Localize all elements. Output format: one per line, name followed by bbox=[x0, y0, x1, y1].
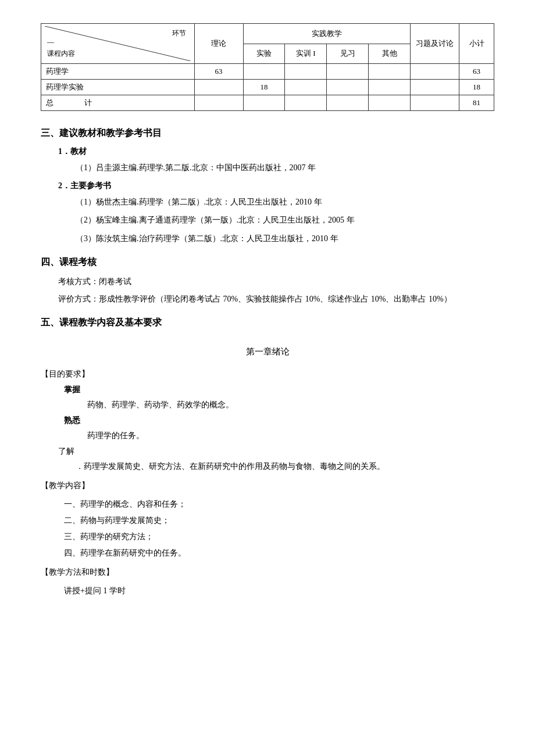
row1-qita bbox=[369, 64, 411, 80]
section3-item1-0: （1）吕圭源主编.药理学.第二版.北京：中国中医药出版社，2007 年 bbox=[76, 160, 494, 175]
section4-kaohefangshi: 考核方式：闭卷考试 bbox=[58, 274, 494, 289]
row2-shiyan: 18 bbox=[243, 80, 285, 95]
chapter1-jiaoxue-label: 【教学内容】 bbox=[41, 478, 494, 493]
row2-shixun bbox=[285, 80, 327, 95]
diagonal-line bbox=[45, 26, 191, 61]
chapter1-fangfa-content: 讲授+提问 1 学时 bbox=[64, 583, 494, 598]
chapter1-jiaoxue-item2: 三、药理学的研究方法； bbox=[64, 529, 494, 544]
row1-xiaoji: 63 bbox=[459, 64, 494, 80]
chapter1-liaojie-content: ．药理学发展简史、研究方法、在新药研究中的作用及药物与食物、毒物之间的关系。 bbox=[76, 459, 494, 474]
row3-shiyan bbox=[243, 95, 285, 111]
row3-xiti bbox=[411, 95, 459, 111]
header-shiyan: 实验 bbox=[243, 44, 285, 64]
row3-name: 总 计 bbox=[41, 95, 195, 111]
section3-sub1-title: 1．教材 bbox=[58, 146, 494, 157]
row1-shixun bbox=[285, 64, 327, 80]
section4-title: 四、课程考核 bbox=[41, 256, 494, 268]
row2-qita bbox=[369, 80, 411, 95]
section5-title: 五、课程教学内容及基本要求 bbox=[41, 317, 494, 329]
row2-name: 药理学实验 bbox=[41, 80, 195, 95]
row1-lilun: 63 bbox=[194, 64, 243, 80]
header-qita: 其他 bbox=[369, 44, 411, 64]
row1-jianxi bbox=[327, 64, 369, 80]
row3-jianxi bbox=[327, 95, 369, 111]
table-row: 药理学实验 18 18 bbox=[41, 80, 494, 95]
page: 环节 — 课程内容 理论 实践教学 习题及讨论 小计 实验 实训 I bbox=[0, 0, 535, 756]
table-row: 总 计 81 bbox=[41, 95, 494, 111]
row2-jianxi bbox=[327, 80, 369, 95]
section3-item2-0: （1）杨世杰主编.药理学（第二版）.北京：人民卫生出版社，2010 年 bbox=[76, 195, 494, 209]
row2-lilun bbox=[194, 80, 243, 95]
row1-xiti bbox=[411, 64, 459, 80]
section3-sub2-title: 2．主要参考书 bbox=[58, 181, 494, 191]
course-table: 环节 — 课程内容 理论 实践教学 习题及讨论 小计 实验 实训 I bbox=[41, 23, 494, 111]
header-xiti: 习题及讨论 bbox=[411, 24, 459, 64]
header-lilun: 理论 bbox=[194, 24, 243, 64]
chapter1-jiaoxue-item3: 四、药理学在新药研究中的任务。 bbox=[64, 546, 494, 560]
row2-xiaoji: 18 bbox=[459, 80, 494, 95]
row1-name: 药理学 bbox=[41, 64, 195, 80]
chapter1-jiaoxue-item1: 二、药物与药理学发展简史； bbox=[64, 513, 494, 528]
chapter1-title: 第一章绪论 bbox=[41, 346, 494, 357]
row3-lilun bbox=[194, 95, 243, 111]
row1-shiyan bbox=[243, 64, 285, 80]
header-shixun: 实训 I bbox=[285, 44, 327, 64]
chapter1-jiaoxue-item0: 一、药理学的概念、内容和任务； bbox=[64, 497, 494, 511]
section3-item2-1: （2）杨宝峰主编.离子通道药理学（第一版）.北京：人民卫生出版社，2005 年 bbox=[76, 213, 494, 227]
chapter1-shuxie-content: 药理学的任务。 bbox=[87, 428, 494, 443]
table-row: 药理学 63 63 bbox=[41, 64, 494, 80]
section3-title: 三、建议教材和教学参考书目 bbox=[41, 127, 494, 139]
row3-xiaoji: 81 bbox=[459, 95, 494, 111]
chapter1-mudi-label: 【目的要求】 bbox=[41, 367, 494, 381]
chapter1-zhangwo-content: 药物、药理学、药动学、药效学的概念。 bbox=[87, 397, 494, 412]
section3-item2-2: （3）陈汝筑主编.治疗药理学（第二版）.北京：人民卫生出版社，2010 年 bbox=[76, 231, 494, 246]
svg-line-0 bbox=[45, 26, 191, 61]
header-xiaoji: 小计 bbox=[459, 24, 494, 64]
chapter1-shuxie-label: 熟悉 bbox=[64, 415, 494, 426]
row3-shixun bbox=[285, 95, 327, 111]
chapter1-liaojie-label: 了解 bbox=[58, 446, 494, 457]
section4-pingjia: 评价方式：形成性教学评价（理论闭卷考试占 70%、实验技能操作占 10%、综述作… bbox=[58, 292, 494, 306]
header-jianxi: 见习 bbox=[327, 44, 369, 64]
chapter1-zhangwo-label: 掌握 bbox=[64, 385, 494, 395]
chapter1-fangfa-label: 【教学方法和时数】 bbox=[41, 565, 494, 579]
header-shijian: 实践教学 bbox=[243, 24, 411, 44]
row2-xiti bbox=[411, 80, 459, 95]
row3-qita bbox=[369, 95, 411, 111]
